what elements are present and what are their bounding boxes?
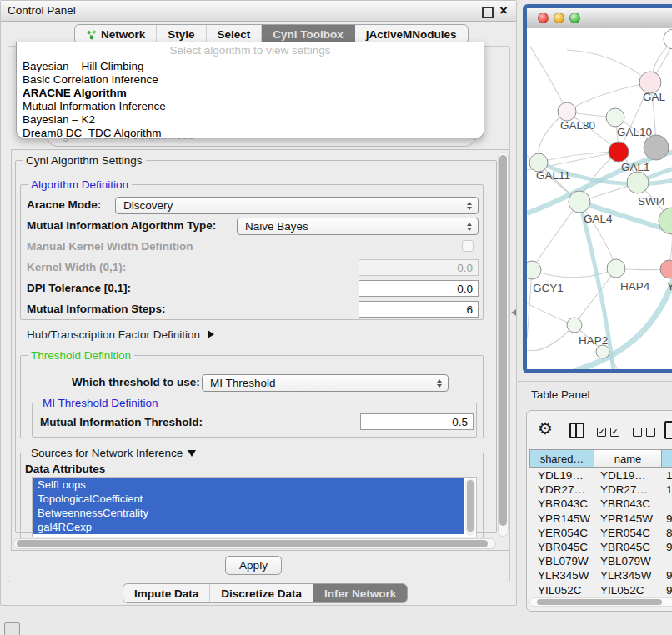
table-row[interactable]: YDR27…YDR27…12 bbox=[529, 482, 672, 497]
sources-toggle[interactable]: Sources for Network Inference bbox=[28, 447, 199, 459]
table-row[interactable]: YER054CYER054C8. bbox=[529, 526, 672, 540]
table-panel-window: ⚙ ✓ ✓ shared…name YDL19…YDL19…13YDR27…YD… bbox=[526, 410, 672, 612]
network-node[interactable] bbox=[660, 260, 672, 278]
network-node[interactable] bbox=[607, 259, 625, 278]
network-node[interactable] bbox=[606, 108, 624, 127]
tab-network[interactable]: Network bbox=[75, 25, 157, 43]
tab-select[interactable]: Select bbox=[207, 25, 263, 43]
table-cell: 9. bbox=[661, 569, 672, 582]
table-cell: YDL19… bbox=[529, 469, 594, 482]
table-column-header[interactable]: name bbox=[594, 449, 662, 468]
minimized-panel-icon[interactable] bbox=[4, 622, 20, 635]
data-attribute-item[interactable]: TopologicalCoefficient bbox=[33, 492, 464, 506]
table-row[interactable]: YDL19…YDL19…13 bbox=[529, 468, 672, 482]
network-canvas[interactable]: GAL80GAL10GAL1GAL11SWI4GAL4GCY1HAP4YHAP2… bbox=[527, 28, 672, 370]
aracne-mode-select[interactable]: Discovery bbox=[115, 197, 479, 214]
table-horizontal-scrollbar[interactable] bbox=[529, 598, 672, 607]
mi-steps-label: Mutual Information Steps: bbox=[27, 301, 166, 318]
network-node[interactable] bbox=[644, 135, 669, 160]
data-attribute-item[interactable]: gal4RGexp bbox=[33, 520, 464, 534]
panel-splitter-arrow-icon[interactable] bbox=[511, 309, 516, 316]
network-node[interactable] bbox=[664, 29, 672, 49]
data-attribute-item[interactable]: BetweennessCentrality bbox=[33, 506, 464, 520]
tab-impute-data[interactable]: Impute Data bbox=[123, 584, 210, 602]
panel-divider bbox=[518, 381, 672, 382]
mi-threshold-input[interactable]: 0.5 bbox=[360, 413, 474, 430]
node-label: GCY1 bbox=[533, 282, 564, 294]
network-node[interactable] bbox=[627, 172, 649, 193]
apply-button[interactable]: Apply bbox=[225, 556, 282, 575]
table-cell: 8. bbox=[661, 527, 672, 539]
algorithm-option[interactable]: Mutual Information Inference bbox=[17, 100, 484, 113]
algorithm-option[interactable]: Basic Correlation Inference bbox=[17, 73, 484, 87]
network-node[interactable] bbox=[569, 191, 590, 212]
table-cell: YER054C bbox=[529, 527, 594, 539]
tab-discretize-data[interactable]: Discretize Data bbox=[210, 584, 313, 602]
close-icon[interactable]: × bbox=[496, 2, 511, 20]
which-threshold-select[interactable]: MI Threshold bbox=[202, 374, 449, 392]
table-cell: YDR27… bbox=[529, 483, 594, 496]
network-edge[interactable] bbox=[567, 50, 650, 82]
settings-horizontal-scrollbar[interactable] bbox=[13, 538, 496, 549]
tab-style[interactable]: Style bbox=[157, 25, 206, 43]
deselect-checkbox-icon[interactable] bbox=[646, 428, 655, 437]
mi-steps-input[interactable]: 6 bbox=[359, 301, 479, 318]
mi-type-select[interactable]: Naive Bayes bbox=[237, 218, 479, 235]
table-row[interactable]: YBR043CYBR043C bbox=[529, 497, 672, 511]
network-edge[interactable] bbox=[539, 152, 619, 162]
list-scrollbar[interactable] bbox=[465, 478, 475, 536]
mi-threshold-label: Mutual Information Threshold: bbox=[40, 414, 203, 431]
zoom-traffic-light-icon[interactable] bbox=[569, 12, 580, 23]
algorithm-option[interactable]: Bayesian – Hill Climbing bbox=[17, 60, 484, 73]
control-panel-titlebar: Control Panel × bbox=[1, 1, 516, 22]
algorithm-option[interactable]: ARACNE Algorithm bbox=[17, 87, 484, 100]
table-column-header[interactable]: shared… bbox=[529, 449, 594, 468]
table-body: YDL19…YDL19…13YDR27…YDR27…12YBR043CYBR04… bbox=[529, 468, 672, 598]
table-row[interactable]: YLR345WYLR345W9. bbox=[529, 568, 672, 582]
table-row[interactable]: YBL079WYBL079W bbox=[529, 554, 672, 568]
network-node[interactable] bbox=[609, 142, 629, 162]
settings-gear-icon[interactable]: ⚙ bbox=[538, 418, 553, 438]
table-row[interactable]: YBR045CYBR045C9. bbox=[529, 540, 672, 554]
kernel-width-input[interactable]: 0.0 bbox=[359, 259, 479, 276]
table-cell: 12 bbox=[661, 483, 672, 496]
split-columns-icon[interactable] bbox=[569, 422, 584, 438]
tab-infer-network[interactable]: Infer Network bbox=[313, 584, 407, 602]
close-traffic-light-icon[interactable] bbox=[538, 12, 549, 23]
select-all-checkbox-icon[interactable]: ✓ bbox=[610, 428, 619, 437]
float-window-icon[interactable] bbox=[482, 7, 494, 18]
group-title: Cyni Algorithm Settings bbox=[23, 154, 146, 167]
algorithm-option[interactable]: Dream8 DC_TDC Algorithm bbox=[17, 127, 484, 138]
settings-vertical-scrollbar[interactable] bbox=[498, 152, 509, 537]
tab-cyni-toolbox[interactable]: Cyni Toolbox bbox=[262, 25, 355, 43]
group-title: Algorithm Definition bbox=[28, 178, 132, 191]
table-row[interactable]: YIL052CYIL052C9 bbox=[529, 583, 672, 598]
algorithm-option[interactable]: Bayesian – K2 bbox=[17, 113, 484, 127]
network-edge[interactable] bbox=[527, 325, 574, 351]
network-edge[interactable] bbox=[532, 268, 616, 278]
deselect-checkbox-icon[interactable] bbox=[633, 428, 642, 437]
hub-definition-toggle[interactable]: Hub/Transcription Factor Definition bbox=[27, 327, 214, 342]
minimize-traffic-light-icon[interactable] bbox=[554, 12, 564, 23]
network-edge[interactable] bbox=[532, 202, 579, 270]
select-all-checkbox-icon[interactable]: ✓ bbox=[597, 428, 606, 437]
table-row[interactable]: YPR145WYPR145W9. bbox=[529, 512, 672, 526]
network-edge[interactable] bbox=[567, 82, 650, 112]
table-cell: YIL052C bbox=[594, 584, 661, 597]
tab-jactivemnodules[interactable]: jActiveMNodules bbox=[355, 25, 468, 43]
node-label: HAP2 bbox=[579, 334, 608, 347]
network-node[interactable] bbox=[567, 318, 582, 332]
data-attribute-item[interactable]: SelfLoops bbox=[33, 478, 464, 492]
network-node[interactable] bbox=[558, 102, 576, 121]
document-icon[interactable] bbox=[664, 421, 672, 439]
network-node[interactable] bbox=[527, 261, 541, 279]
node-label: GAL1 bbox=[621, 161, 650, 173]
manual-kernel-checkbox[interactable] bbox=[462, 240, 474, 252]
table-cell: 13 bbox=[661, 469, 672, 482]
mi-type-label: Mutual Information Algorithm Type: bbox=[27, 218, 216, 234]
dpi-tolerance-input[interactable]: 0.0 bbox=[359, 280, 479, 297]
network-edge[interactable] bbox=[530, 47, 567, 112]
table-cell: YDR27… bbox=[594, 483, 661, 496]
table-column-header[interactable] bbox=[661, 449, 672, 468]
network-node[interactable] bbox=[596, 345, 609, 358]
